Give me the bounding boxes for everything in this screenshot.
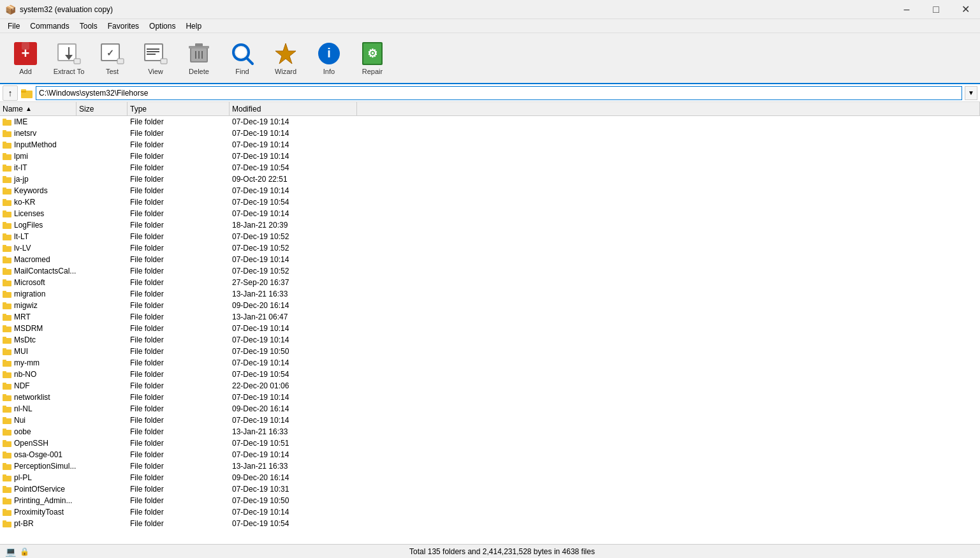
svg-rect-15 <box>147 51 159 52</box>
file-extra <box>357 472 980 483</box>
file-size <box>77 392 128 402</box>
toolbar-add-button[interactable]: + Add <box>5 35 46 81</box>
file-name: LogFiles <box>14 221 43 230</box>
table-row[interactable]: MUI File folder 07-Dec-19 10:50 <box>0 346 980 357</box>
table-row[interactable]: migwiz File folder 09-Dec-20 16:14 <box>0 300 980 311</box>
column-headers: Name ▲ Size Type Modified <box>0 102 980 116</box>
table-row[interactable]: IME File folder 07-Dec-19 10:14 <box>0 116 980 128</box>
table-row[interactable]: osa-Osge-001 File folder 07-Dec-19 10:14 <box>0 449 980 460</box>
table-row[interactable]: Printing_Admin... File folder 07-Dec-19 … <box>0 495 980 506</box>
table-row[interactable]: nl-NL File folder 09-Dec-20 16:14 <box>0 403 980 415</box>
file-list-container[interactable]: Name ▲ Size Type Modified IME File folde… <box>0 102 980 544</box>
navigate-up-button[interactable]: ↑ <box>3 85 18 101</box>
file-size <box>77 219 128 230</box>
svg-rect-79 <box>3 361 11 367</box>
table-row[interactable]: Keywords File folder 07-Dec-19 10:14 <box>0 185 980 196</box>
table-row[interactable]: nb-NO File folder 07-Dec-19 10:54 <box>0 369 980 380</box>
svg-rect-64 <box>3 268 6 270</box>
table-row[interactable]: networklist File folder 07-Dec-19 10:14 <box>0 392 980 403</box>
toolbar-wizard-button[interactable]: Wizard <box>265 35 306 81</box>
table-row[interactable]: MRT File folder 13-Jan-21 06:47 <box>0 311 980 323</box>
table-row[interactable]: inetsrv File folder 07-Dec-19 10:14 <box>0 128 980 139</box>
menu-tools[interactable]: Tools <box>75 20 103 33</box>
file-name: OpenSSH <box>14 439 48 448</box>
file-size <box>77 495 128 506</box>
table-row[interactable]: MsDtc File folder 07-Dec-19 10:14 <box>0 334 980 346</box>
svg-rect-52 <box>3 199 6 201</box>
folder-icon <box>3 256 11 263</box>
col-name[interactable]: Name ▲ <box>0 102 77 115</box>
col-type[interactable]: Type <box>128 102 230 115</box>
table-row[interactable]: ko-KR File folder 07-Dec-19 10:54 <box>0 196 980 208</box>
toolbar-delete-button[interactable]: Delete <box>179 35 219 81</box>
table-row[interactable]: OpenSSH File folder 07-Dec-19 10:51 <box>0 437 980 449</box>
table-row[interactable]: InputMethod File folder 07-Dec-19 10:14 <box>0 139 980 151</box>
table-row[interactable]: MSDRM File folder 07-Dec-19 10:14 <box>0 323 980 334</box>
svg-rect-14 <box>147 48 159 50</box>
table-row[interactable]: lv-LV File folder 07-Dec-19 10:52 <box>0 242 980 254</box>
file-name-cell: Microsoft <box>0 277 77 288</box>
toolbar-view-button[interactable]: View <box>135 35 176 81</box>
table-row[interactable]: pl-PL File folder 09-Dec-20 16:14 <box>0 472 980 483</box>
table-row[interactable]: it-IT File folder 07-Dec-19 10:54 <box>0 162 980 173</box>
table-row[interactable]: PerceptionSimul... File folder 13-Jan-21… <box>0 460 980 472</box>
svg-rect-88 <box>3 406 6 407</box>
toolbar-test-button[interactable]: ✓ Test <box>92 35 133 81</box>
file-name-cell: PerceptionSimul... <box>0 460 77 471</box>
menu-help[interactable]: Help <box>180 20 207 33</box>
maximize-button[interactable]: □ <box>921 0 951 19</box>
folder-icon <box>3 187 11 195</box>
table-row[interactable]: LogFiles File folder 18-Jan-21 20:39 <box>0 219 980 231</box>
toolbar-info-button[interactable]: i Info <box>309 35 349 81</box>
table-row[interactable]: Licenses File folder 07-Dec-19 10:14 <box>0 208 980 219</box>
menu-favorites[interactable]: Favorites <box>103 20 144 33</box>
menu-commands[interactable]: Commands <box>25 20 74 33</box>
col-size[interactable]: Size <box>77 102 128 115</box>
minimize-button[interactable]: – <box>892 0 921 19</box>
table-row[interactable]: ProximityToast File folder 07-Dec-19 10:… <box>0 506 980 518</box>
col-modified[interactable]: Modified <box>230 102 357 115</box>
folder-icon <box>3 313 11 321</box>
svg-rect-57 <box>3 235 11 240</box>
file-extra <box>357 437 980 448</box>
file-modified: 09-Dec-20 16:14 <box>230 472 357 483</box>
table-row[interactable]: Nui File folder 07-Dec-19 10:14 <box>0 415 980 426</box>
file-type: File folder <box>128 139 230 150</box>
table-row[interactable]: Macromed File folder 07-Dec-19 10:14 <box>0 254 980 265</box>
file-extra <box>357 116 980 127</box>
file-name-cell: Nui <box>0 415 77 425</box>
table-row[interactable]: lpmi File folder 07-Dec-19 10:14 <box>0 151 980 162</box>
svg-rect-87 <box>3 407 11 413</box>
table-row[interactable]: MailContactsCal... File folder 07-Dec-19… <box>0 265 980 277</box>
file-name: Microsoft <box>14 278 45 287</box>
menu-file[interactable]: File <box>3 20 25 33</box>
file-type: File folder <box>128 346 230 356</box>
toolbar-find-button[interactable]: Find <box>222 35 263 81</box>
table-row[interactable]: migration File folder 13-Jan-21 16:33 <box>0 288 980 300</box>
table-row[interactable]: pt-BR File folder 07-Dec-19 10:54 <box>0 518 980 529</box>
file-name-cell: pt-BR <box>0 518 77 529</box>
file-extra <box>357 265 980 276</box>
folder-icon <box>3 267 11 275</box>
menu-options[interactable]: Options <box>144 20 180 33</box>
table-row[interactable]: Microsoft File folder 27-Sep-20 16:37 <box>0 277 980 288</box>
address-dropdown-button[interactable]: ▼ <box>965 86 977 100</box>
table-row[interactable]: oobe File folder 13-Jan-21 16:33 <box>0 426 980 437</box>
file-rows: IME File folder 07-Dec-19 10:14 inetsrv … <box>0 116 980 529</box>
table-row[interactable]: my-mm File folder 07-Dec-19 10:14 <box>0 357 980 369</box>
close-button[interactable]: ✕ <box>951 0 980 19</box>
svg-rect-58 <box>3 233 6 235</box>
table-row[interactable]: lt-LT File folder 07-Dec-19 10:52 <box>0 231 980 242</box>
file-extra <box>357 311 980 322</box>
svg-rect-73 <box>3 327 11 332</box>
table-row[interactable]: PointOfService File folder 07-Dec-19 10:… <box>0 483 980 495</box>
toolbar-repair-button[interactable]: ⚙ Repair <box>352 35 393 81</box>
folder-icon <box>3 233 11 240</box>
table-row[interactable]: NDF File folder 22-Dec-20 01:06 <box>0 380 980 392</box>
file-size <box>77 346 128 356</box>
toolbar-extract-button[interactable]: Extract To <box>48 35 89 81</box>
table-row[interactable]: ja-jp File folder 09-Oct-20 22:51 <box>0 173 980 185</box>
address-input[interactable] <box>36 86 962 100</box>
svg-rect-37 <box>3 120 11 126</box>
file-extra <box>357 288 980 299</box>
